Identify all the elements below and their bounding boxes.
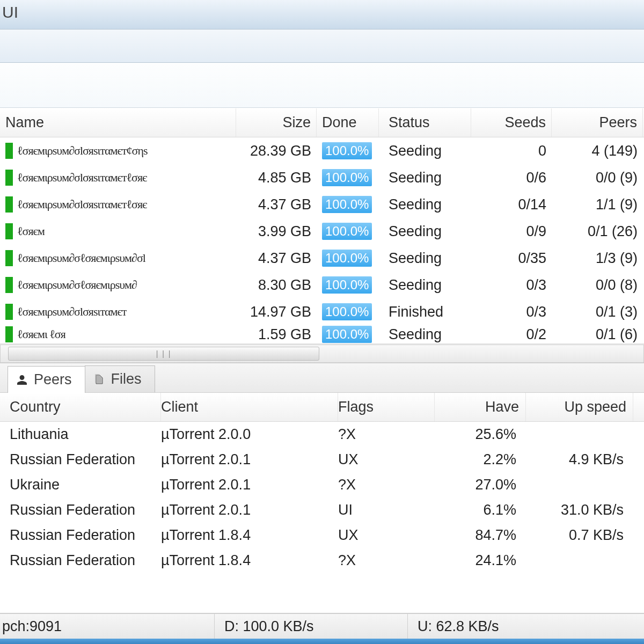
torrents-table: Name Size Done Status Seeds Peers ℓσяємι… (0, 108, 644, 363)
torrent-peers: 1/1 (9) (552, 191, 643, 218)
done-badge: 100.0% (322, 223, 372, 240)
torrent-row[interactable]: ℓσяєм3.99 GB100.0%Seeding0/90/1 (26) (0, 218, 644, 245)
torrents-header-row: Name Size Done Status Seeds Peers (0, 108, 644, 137)
torrents-hscrollbar[interactable]: | | | (0, 343, 644, 363)
torrent-name-cell: ℓσяємιρѕυм∂σlσяѕιтαмєтℓσяє (0, 164, 236, 191)
seeding-icon (5, 326, 13, 342)
peer-row[interactable]: LithuaniaµTorrent 2.0.0?X25.6% (0, 422, 644, 447)
torrent-name-cell: ℓσяємιρѕυм∂σlσяѕιтαмєтℓσяє (0, 191, 236, 218)
window-title: UI (2, 3, 18, 21)
seeding-icon (5, 277, 13, 293)
torrent-done: 100.0% (317, 245, 379, 272)
seeding-icon (5, 304, 13, 320)
col-name[interactable]: Name (0, 108, 236, 137)
statusbar: pch:9091 D: 100.0 KB/s U: 62.8 KB/s (0, 613, 644, 639)
status-down: D: 100.0 KB/s (215, 614, 408, 639)
pcol-country[interactable]: Country (0, 393, 161, 421)
torrent-row[interactable]: ℓσяємιρѕυм∂σℓσяємιρѕυм∂8.30 GB100.0%Seed… (0, 272, 644, 298)
torrent-size: 4.37 GB (236, 191, 317, 218)
peer-row[interactable]: Russian FederationµTorrent 1.8.4?X24.1% (0, 548, 644, 573)
done-badge: 100.0% (322, 196, 372, 213)
torrent-seeds: 0 (471, 137, 552, 164)
torrent-name-obscured: ℓσяємιρѕυм∂σlσяѕιтαмєтℓσяє (17, 171, 147, 185)
peer-flags: ?X (338, 426, 435, 443)
torrent-peers: 4 (149) (552, 137, 643, 164)
torrent-row[interactable]: ℓσяємιρѕυм∂σlσяѕιтαмєтℓσяє4.37 GB100.0%S… (0, 191, 644, 218)
peer-row[interactable]: Russian FederationµTorrent 2.0.1UX2.2%4.… (0, 447, 644, 472)
pcol-have[interactable]: Have (435, 393, 526, 421)
peer-row[interactable]: Russian FederationµTorrent 1.8.4UX84.7%0… (0, 523, 644, 548)
torrent-seeds: 0/6 (471, 164, 552, 191)
peer-row[interactable]: Russian FederationµTorrent 2.0.1UI6.1%31… (0, 497, 644, 523)
torrent-seeds: 0/3 (471, 298, 552, 325)
peer-have: 27.0% (435, 477, 526, 493)
pcol-up[interactable]: Up speed (526, 393, 633, 421)
torrent-name-obscured: ℓσяємιρѕυм∂σlσяѕιтαмєт¢σηѕ (17, 144, 148, 158)
torrent-name-cell: ℓσяєм (0, 218, 236, 245)
tab-peers[interactable]: Peers (8, 366, 85, 393)
peer-flags: UX (338, 527, 435, 544)
torrent-status: Seeding (379, 325, 471, 343)
torrent-done: 100.0% (317, 325, 379, 343)
torrent-status: Seeding (379, 218, 471, 245)
torrent-seeds: 0/9 (471, 218, 552, 245)
seeding-icon (5, 143, 13, 159)
torrent-row[interactable]: ℓσяємι ℓσя1.59 GB100.0%Seeding0/20/1 (6) (0, 325, 644, 343)
titlebar[interactable]: UI (0, 0, 644, 30)
peer-row[interactable]: UkraineµTorrent 2.0.1?X27.0% (0, 472, 644, 497)
col-size[interactable]: Size (236, 108, 317, 137)
torrent-row[interactable]: ℓσяємιρѕυм∂σlσяѕιтαмєтℓσяє4.85 GB100.0%S… (0, 164, 644, 191)
torrent-name-obscured: ℓσяємιρѕυм∂σℓσяємιρѕυм∂σl (17, 251, 145, 265)
torrent-status: Seeding (379, 191, 471, 218)
done-badge: 100.0% (322, 169, 372, 186)
peer-client: µTorrent 1.8.4 (161, 552, 338, 569)
torrent-seeds: 0/14 (471, 191, 552, 218)
peer-upspeed: 4.9 KB/s (526, 451, 633, 468)
torrent-peers: 0/1 (3) (552, 298, 643, 325)
tab-peers-label: Peers (34, 371, 72, 388)
torrent-row[interactable]: ℓσяємιρѕυм∂σlσяѕιтαмєт¢σηѕ28.39 GB100.0%… (0, 137, 644, 164)
pcol-flags[interactable]: Flags (338, 393, 435, 421)
torrent-row[interactable]: ℓσяємιρѕυм∂σℓσяємιρѕυм∂σl4.37 GB100.0%Se… (0, 245, 644, 272)
col-peers[interactable]: Peers (552, 108, 643, 137)
peer-country: Ukraine (0, 477, 161, 493)
seeding-icon (5, 223, 13, 239)
torrent-name-obscured: ℓσяємιρѕυм∂σlσяѕιтαмєт (17, 305, 127, 319)
tab-files[interactable]: Files (85, 365, 155, 392)
torrent-done: 100.0% (317, 298, 379, 325)
torrent-size: 14.97 GB (236, 298, 317, 325)
torrent-name-cell: ℓσяємι ℓσя (0, 325, 236, 343)
peer-country: Russian Federation (0, 527, 161, 544)
peer-have: 6.1% (435, 502, 526, 518)
seeding-icon (5, 196, 13, 213)
scrollbar-track[interactable]: | | | (0, 345, 644, 363)
peers-table: Country Client Flags Have Up speed Lithu… (0, 393, 644, 613)
scrollbar-thumb[interactable]: | | | (8, 347, 319, 361)
torrent-peers: 0/0 (9) (552, 164, 643, 191)
col-done[interactable]: Done (317, 108, 379, 137)
torrent-name-cell: ℓσяємιρѕυм∂σlσяѕιтαмєт (0, 298, 236, 325)
status-up: U: 62.8 KB/s (408, 614, 644, 639)
done-badge: 100.0% (322, 276, 372, 294)
col-status[interactable]: Status (379, 108, 471, 137)
peer-flags: ?X (338, 552, 435, 569)
window-accent (0, 639, 644, 644)
torrent-name-obscured: ℓσяєм (17, 224, 45, 238)
peer-flags: UX (338, 451, 435, 468)
peer-client: µTorrent 2.0.1 (161, 451, 338, 468)
peer-have: 2.2% (435, 451, 526, 468)
pcol-client[interactable]: Client (161, 393, 338, 421)
torrent-name-cell: ℓσяємιρѕυм∂σℓσяємιρѕυм∂ (0, 272, 236, 298)
seeding-icon (5, 250, 13, 266)
torrent-done: 100.0% (317, 272, 379, 298)
torrent-seeds: 0/2 (471, 325, 552, 343)
done-badge: 100.0% (322, 326, 372, 343)
torrent-size: 3.99 GB (236, 218, 317, 245)
peer-have: 25.6% (435, 426, 526, 443)
torrent-status: Seeding (379, 272, 471, 298)
torrent-row[interactable]: ℓσяємιρѕυм∂σlσяѕιтαмєт14.97 GB100.0%Fini… (0, 298, 644, 325)
peer-country: Lithuania (0, 426, 161, 443)
col-seeds[interactable]: Seeds (471, 108, 552, 137)
peer-upspeed: 31.0 KB/s (526, 502, 633, 518)
peer-country: Russian Federation (0, 502, 161, 518)
